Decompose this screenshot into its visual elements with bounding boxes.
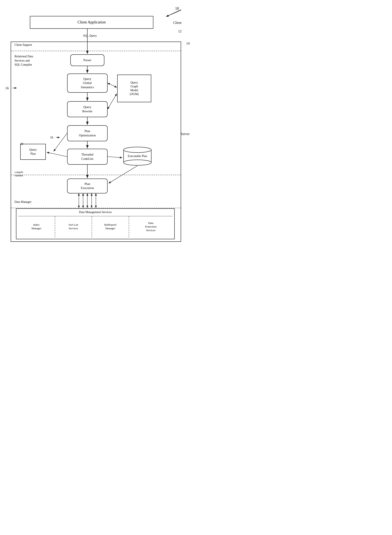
client-support-divider <box>11 51 181 51</box>
sort-list-services-cell: Sort ListServices <box>55 216 92 237</box>
client-label: Client <box>173 21 182 25</box>
sql-query-label: SQL Query <box>83 34 97 37</box>
data-manager-divider <box>11 208 181 208</box>
ref-16: 16 <box>5 86 9 90</box>
query-graph-model-label: QueryGraphModel(OGM) <box>130 81 139 96</box>
query-global-semantics-label: QueryGlobalSemantics <box>81 77 94 89</box>
bufferpool-manager-cell: BufferpoolManager <box>92 216 129 237</box>
threaded-codegen-box: ThreadedCodeGen <box>67 149 107 165</box>
plan-execution-box: PlanExecution <box>67 179 107 193</box>
server-label: Server <box>181 132 190 136</box>
query-rewrite-box: QueryRewrite <box>67 101 107 117</box>
ref-10: 10 <box>175 6 179 11</box>
executable-plan-cylinder: Executable Plan <box>122 147 152 166</box>
parser-label: Parser <box>83 58 91 62</box>
client-support-label: Client Support <box>14 43 32 47</box>
svg-point-7 <box>124 160 151 165</box>
index-manager-cell: IndexManager <box>18 216 55 237</box>
bufferpool-manager-label: BufferpoolManager <box>104 223 117 230</box>
threaded-codegen-label: ThreadedCodeGen <box>81 153 93 161</box>
query-graph-model-box: QueryGraphModel(OGM) <box>117 74 151 102</box>
client-application-box: Client Application <box>30 16 153 29</box>
data-manager-label: Data Manager <box>14 200 32 204</box>
data-protection-cell: DataProtectionServices <box>129 216 173 237</box>
svg-line-27 <box>166 10 181 17</box>
query-plan-label: QueryPlan <box>29 148 37 156</box>
sort-list-services-label: Sort ListServices <box>69 223 78 230</box>
client-app-label: Client Application <box>78 20 106 25</box>
ref-18: 18 <box>50 136 53 139</box>
query-rewrite-label: QueryRewrite <box>82 105 92 113</box>
compile-runtime-label: compileruntime <box>14 170 23 177</box>
plan-execution-label: PlanExecution <box>81 182 94 190</box>
ref-12: 12 <box>178 29 182 33</box>
data-management-services-box: Data Management Services IndexManager So… <box>16 208 175 239</box>
plan-optimization-label: PlanOptimization <box>79 129 96 137</box>
ref-20: 20 <box>20 142 23 146</box>
compile-runtime-divider <box>11 175 181 175</box>
svg-point-6 <box>124 147 151 153</box>
query-plan-box: QueryPlan <box>20 144 46 160</box>
parser-box: Parser <box>70 54 104 66</box>
relational-label: Relational DataServices andSQL Compiler <box>14 54 42 67</box>
ref-14: 14 <box>186 42 190 45</box>
index-manager-label: IndexManager <box>32 223 41 230</box>
data-mgmt-services-label: Data Management Services <box>18 210 173 214</box>
data-protection-label: DataProtectionServices <box>145 221 156 232</box>
query-global-semantics-box: QueryGlobalSemantics <box>67 74 107 93</box>
plan-optimization-box: PlanOptimization <box>67 125 107 141</box>
executable-plan-label: Executable Plan <box>128 154 147 158</box>
